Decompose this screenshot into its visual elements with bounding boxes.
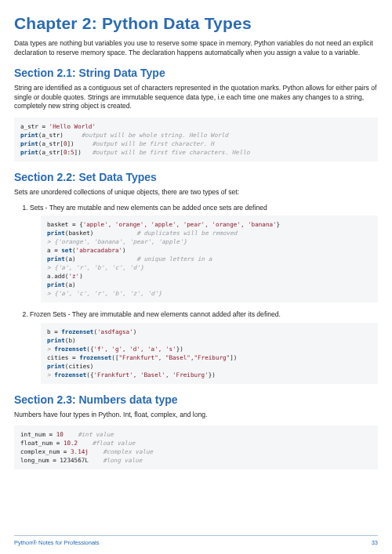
footer-left: Python® Notes for Professionals bbox=[14, 539, 100, 546]
code-block-numbers: int_num = 10 #int value float_num = 10.2… bbox=[14, 425, 378, 469]
list-item: Frozen Sets - They are immutable and new… bbox=[30, 310, 378, 384]
section-2-3-body: Numbers have four types in Python. Int, … bbox=[14, 411, 378, 420]
code-block-frozenset: b = frozenset('asdfagsa') print(b) > fro… bbox=[41, 323, 378, 384]
section-2-2-title: Section 2.2: Set Data Types bbox=[14, 171, 378, 183]
code-block-string: a_str = 'Hello World' print(a_str) #outp… bbox=[14, 118, 378, 161]
section-2-2-body: Sets are unordered collections of unique… bbox=[14, 188, 378, 197]
section-2-1-title: Section 2.1: String Data Type bbox=[14, 67, 378, 79]
section-2-1-body: String are identified as a contiguous se… bbox=[14, 84, 378, 111]
chapter-title: Chapter 2: Python Data Types bbox=[14, 14, 378, 33]
footer-page-number: 33 bbox=[372, 539, 378, 546]
list-item: Sets - They are mutable and new elements… bbox=[30, 204, 378, 303]
set-types-list: Sets - They are mutable and new elements… bbox=[14, 204, 378, 384]
page-footer: Python® Notes for Professionals 33 bbox=[14, 535, 378, 546]
code-block-set: basket = {'apple', 'orange', 'apple', 'p… bbox=[41, 215, 378, 302]
intro-paragraph: Data types are nothing but variables you… bbox=[14, 39, 378, 57]
section-2-3-title: Section 2.3: Numbers data type bbox=[14, 393, 378, 406]
